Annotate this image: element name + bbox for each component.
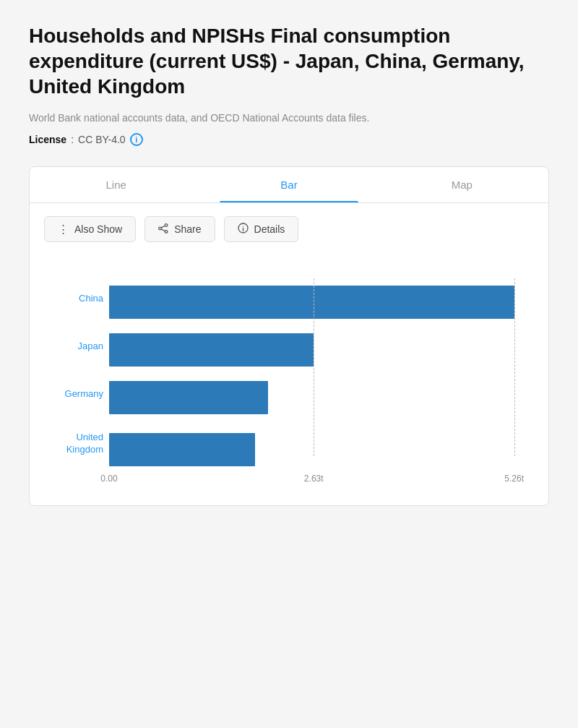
license-value: : (71, 134, 74, 145)
info-circle-icon: i (238, 223, 249, 236)
x-label-mid: 2.63t (304, 474, 324, 484)
germany-bar (109, 381, 268, 414)
license-row: License : CC BY-4.0 i (29, 133, 549, 146)
tabs-row: Line Bar Map (30, 167, 548, 203)
svg-line-4 (161, 228, 165, 231)
page-title: Households and NPISHs Final consumption … (29, 23, 549, 99)
svg-line-3 (161, 226, 165, 228)
license-label: License (29, 134, 66, 145)
japan-label: Japan (44, 341, 103, 353)
share-label: Share (174, 223, 201, 235)
uk-bar (109, 433, 255, 466)
svg-point-2 (159, 227, 162, 230)
info-icon[interactable]: i (130, 133, 143, 146)
gridline-max (514, 278, 515, 456)
uk-label: UnitedKingdom (44, 432, 103, 456)
table-row: UnitedKingdom (109, 421, 527, 466)
source-text: World Bank national accounts data, and O… (29, 111, 549, 126)
tab-bar[interactable]: Bar (202, 167, 375, 202)
china-bar (109, 286, 514, 319)
share-icon (158, 223, 168, 236)
license-value-text: CC BY-4.0 (78, 134, 126, 145)
germany-label: Germany (44, 388, 103, 401)
x-axis: 0.00 2.63t 5.26t (109, 474, 527, 491)
toolbar: ⋮ Also Show Share i De (30, 203, 548, 249)
bar-chart: China Japan Germany (44, 278, 534, 491)
svg-text:i: i (242, 226, 244, 233)
x-label-max: 5.26t (504, 474, 524, 484)
tab-map[interactable]: Map (376, 167, 548, 202)
share-button[interactable]: Share (144, 216, 215, 242)
svg-point-0 (165, 223, 168, 226)
gridline-mid (314, 278, 314, 456)
japan-bar (109, 333, 314, 367)
also-show-button[interactable]: ⋮ Also Show (44, 216, 136, 242)
chart-area: China Japan Germany (30, 249, 548, 505)
x-label-0: 0.00 (100, 474, 117, 484)
also-show-label: Also Show (74, 223, 122, 235)
table-row: China (109, 278, 527, 319)
details-button[interactable]: i Details (224, 216, 299, 242)
dots-icon: ⋮ (58, 223, 69, 236)
china-label: China (44, 293, 103, 305)
tab-line[interactable]: Line (30, 167, 202, 202)
bars-container: China Japan Germany (109, 278, 527, 466)
table-row: Japan (109, 326, 527, 367)
details-label: Details (254, 223, 285, 235)
table-row: Germany (109, 374, 527, 414)
chart-card: Line Bar Map ⋮ Also Show Share (29, 166, 549, 506)
svg-point-1 (165, 230, 168, 233)
